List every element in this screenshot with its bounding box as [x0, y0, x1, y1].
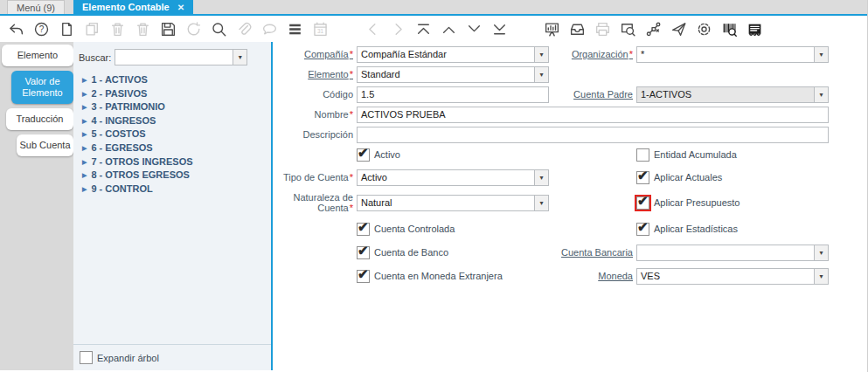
cuenta-moneda-extranjera-checkbox[interactable]: ✔	[357, 270, 370, 283]
organizacion-select[interactable]: * ▾	[636, 46, 829, 63]
tree-item[interactable]: ▶2 - PASIVOS	[82, 87, 271, 101]
tab-elemento-contable-label: Elemento Contable	[82, 2, 170, 12]
search-combobox[interactable]: ▾	[115, 49, 247, 65]
find-icon[interactable]	[210, 20, 227, 38]
tree-item[interactable]: ▶4 - INGRESOS	[82, 114, 271, 128]
report-icon[interactable]	[543, 20, 560, 38]
tree-collapsed-icon[interactable]: ▶	[82, 172, 87, 178]
nombre-label: Nombre*	[273, 109, 353, 120]
preferences-icon[interactable]	[695, 20, 712, 38]
aplicar-actuales-checkbox[interactable]: ✔	[636, 171, 649, 184]
workflow-icon[interactable]	[644, 20, 662, 38]
cuenta-bancaria-select[interactable]: ▾	[636, 245, 829, 261]
chevron-down-icon[interactable]: ▾	[814, 245, 828, 260]
next-record-icon[interactable]	[465, 20, 483, 38]
nombre-input[interactable]: ACTIVOS PRUEBA	[357, 107, 829, 123]
codigo-input[interactable]: 1.5	[357, 86, 549, 103]
tree-item[interactable]: ▶6 - EGRESOS	[82, 141, 271, 155]
tree-collapsed-icon[interactable]: ▶	[82, 186, 87, 192]
archive-icon[interactable]	[568, 20, 586, 38]
tree-search-row: Buscar: ▾	[73, 42, 271, 72]
cuenta-moneda-extranjera-label: Cuenta en Moneda Extranjera	[374, 271, 503, 281]
cuenta-padre-select[interactable]: 1-ACTIVOS ▾	[636, 86, 829, 103]
elemento-select[interactable]: Standard ▾	[357, 66, 549, 83]
quick-info-icon[interactable]	[746, 20, 763, 38]
tipo-cuenta-select[interactable]: Activo ▾	[357, 169, 549, 186]
barcode-icon[interactable]	[720, 20, 738, 38]
search-input[interactable]	[115, 51, 233, 64]
window-tabbar: Menú (9) Elemento Contable ✕	[0, 0, 867, 16]
send-mail-icon[interactable]	[670, 20, 687, 38]
chevron-down-icon[interactable]: ▾	[534, 196, 548, 210]
cuenta-banco-checkbox[interactable]: ✔	[357, 246, 370, 259]
tree-collapsed-icon[interactable]: ▶	[82, 118, 87, 124]
undo-icon[interactable]	[7, 20, 24, 38]
chevron-down-icon[interactable]: ▾	[814, 87, 828, 102]
side-tab-elemento[interactable]: Elemento	[2, 45, 73, 66]
tree-item[interactable]: ▶3 - PATRIMONIO	[82, 100, 271, 114]
compania-select[interactable]: Compañía Estándar ▾	[357, 46, 549, 63]
tree-collapsed-icon[interactable]: ▶	[82, 159, 87, 165]
compania-label[interactable]: Compañía*	[273, 49, 353, 59]
tree-collapsed-icon[interactable]: ▶	[82, 131, 87, 137]
help-icon[interactable]: ?	[32, 20, 50, 38]
aplicar-estadisticas-checkbox[interactable]: ✔	[636, 223, 649, 236]
grid-toggle-icon[interactable]	[286, 20, 303, 38]
tree-item-label: 5 - COSTOS	[91, 128, 145, 139]
entidad-acumulada-checkbox[interactable]: ✔	[636, 148, 649, 162]
side-tab-sub-cuenta[interactable]: Sub Cuenta	[17, 134, 73, 156]
check-icon: ✔	[358, 243, 369, 258]
tipo-cuenta-label: Tipo de Cuenta*	[273, 172, 353, 183]
check-icon: ✔	[637, 193, 649, 209]
naturaleza-cuenta-select[interactable]: Natural ▾	[357, 195, 549, 211]
descripcion-input[interactable]	[357, 127, 829, 143]
first-record-icon[interactable]	[414, 20, 432, 38]
refresh-icon	[184, 20, 202, 38]
cuenta-banco-label: Cuenta de Banco	[374, 247, 448, 258]
moneda-select[interactable]: VES ▾	[636, 268, 829, 285]
close-tab-icon[interactable]: ✕	[177, 3, 184, 12]
zoom-across-icon[interactable]	[619, 20, 636, 38]
organizacion-label[interactable]: Organización*	[552, 49, 633, 59]
tree-item-label: 4 - INGRESOS	[91, 115, 156, 126]
chevron-down-icon[interactable]: ▾	[534, 170, 548, 185]
side-tab-valor-de-elemento[interactable]: Valor de Elemento	[11, 71, 73, 104]
cuenta-controlada-checkbox[interactable]: ✔	[357, 223, 370, 236]
tab-elemento-contable[interactable]: Elemento Contable ✕	[73, 0, 193, 14]
chevron-down-icon[interactable]: ▾	[233, 50, 247, 65]
attachment-icon	[235, 20, 253, 38]
tree-item[interactable]: ▶7 - OTROS INGRESOS	[82, 155, 271, 169]
expand-tree-checkbox[interactable]: ✔	[80, 351, 93, 364]
save-icon[interactable]	[159, 20, 177, 38]
cuenta-padre-label[interactable]: Cuenta Padre	[552, 89, 633, 100]
chevron-down-icon[interactable]: ▾	[534, 47, 548, 62]
tree-panel: Buscar: ▾ ▶1 - ACTIVOS▶2 - PASIVOS▶3 - P…	[73, 42, 271, 370]
chevron-down-icon[interactable]: ▾	[814, 47, 828, 62]
tree-item[interactable]: ▶9 - CONTROL	[82, 183, 271, 196]
tab-menu-label: Menú (9)	[17, 3, 55, 13]
tree-collapsed-icon[interactable]: ▶	[82, 104, 87, 110]
tree-item[interactable]: ▶5 - COSTOS	[82, 127, 271, 141]
tree-item[interactable]: ▶1 - ACTIVOS	[82, 73, 271, 87]
tree-collapsed-icon[interactable]: ▶	[82, 145, 87, 151]
tree-collapsed-icon[interactable]: ▶	[82, 91, 87, 97]
chevron-down-icon[interactable]: ▾	[814, 269, 828, 284]
last-record-icon[interactable]	[490, 20, 508, 38]
new-record-icon[interactable]	[58, 20, 75, 38]
check-icon: ✔	[358, 219, 369, 235]
previous-record-icon[interactable]	[440, 20, 457, 38]
cuenta-bancaria-label[interactable]: Cuenta Bancaria	[552, 247, 633, 258]
tab-menu[interactable]: Menú (9)	[7, 0, 65, 14]
moneda-label[interactable]: Moneda	[552, 271, 633, 281]
tree-collapsed-icon[interactable]: ▶	[82, 77, 87, 83]
activo-checkbox[interactable]: ✔	[357, 148, 370, 162]
chevron-down-icon[interactable]: ▾	[534, 67, 548, 82]
tree-item-label: 9 - CONTROL	[91, 183, 152, 194]
aplicar-presupuesto-checkbox[interactable]: ✔	[636, 196, 649, 210]
expand-tree-label: Expandir árbol	[97, 353, 159, 363]
side-tab-traducci-n[interactable]: Traducción	[6, 108, 73, 130]
elemento-label[interactable]: Elemento*	[273, 69, 353, 79]
tree-item-label: 2 - PASIVOS	[91, 88, 147, 99]
tree-footer: ✔ Expandir árbol	[73, 344, 271, 370]
tree-item[interactable]: ▶8 - OTROS EGRESOS	[82, 169, 271, 183]
